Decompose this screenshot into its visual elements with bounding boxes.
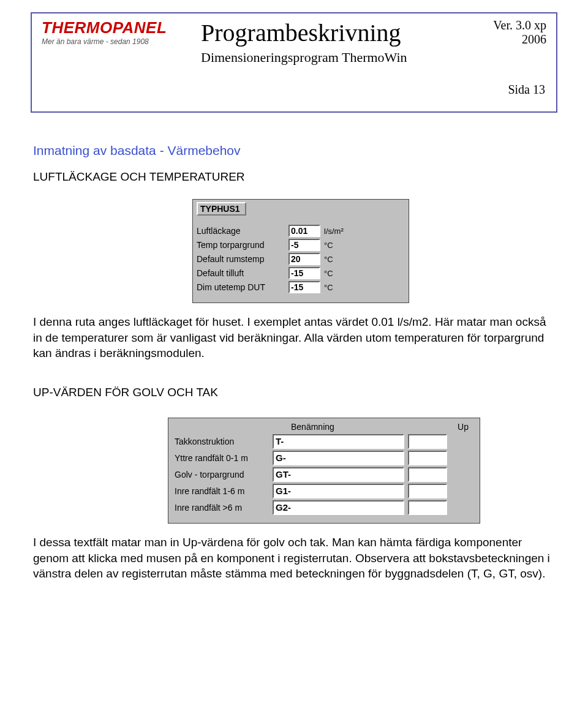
logo-block: THERMOPANEL Mer än bara värme - sedan 19… xyxy=(42,18,201,46)
page-number: Sida 13 xyxy=(42,83,545,97)
form2-row: Takkonstruktion T- xyxy=(175,434,475,449)
form-row: Default tilluft -15 °C xyxy=(197,267,405,279)
field-unit: °C xyxy=(324,283,333,292)
version-line: Ver. 3.0 xp xyxy=(473,18,546,32)
form-row: Default rumstemp 20 °C xyxy=(197,253,405,265)
logo-tagline: Mer än bara värme - sedan 1908 xyxy=(42,37,201,46)
form-row: Luftläckage 0.01 l/s/m² xyxy=(197,225,405,237)
field-unit: °C xyxy=(324,241,333,250)
version-block: Ver. 3.0 xp 2006 xyxy=(473,18,546,47)
field-label: Default rumstemp xyxy=(197,254,288,264)
year: 2006 xyxy=(473,32,546,47)
benamning-field[interactable]: G- xyxy=(273,451,404,465)
col-up: Up xyxy=(417,422,475,432)
field-label: Temp torpargrund xyxy=(197,240,288,250)
up-field[interactable] xyxy=(408,467,447,482)
form-luftlackage: TYPHUS1 Luftläckage 0.01 l/s/m² Temp tor… xyxy=(192,199,409,303)
field-unit: °C xyxy=(324,269,333,278)
form-row: Temp torpargrund -5 °C xyxy=(197,239,405,251)
form-upvarden: Benämning Up Takkonstruktion T- Yttre ra… xyxy=(168,418,480,524)
row-label: Inre randfält 1-6 m xyxy=(175,486,273,496)
field-value[interactable]: -5 xyxy=(288,239,320,251)
field-value[interactable]: -15 xyxy=(288,267,320,279)
row-label: Takkonstruktion xyxy=(175,437,273,446)
doc-title: Programbeskrivning xyxy=(201,18,473,47)
field-unit: °C xyxy=(324,255,333,264)
field-value[interactable]: 20 xyxy=(288,253,320,265)
benamning-field[interactable]: G2- xyxy=(273,500,404,515)
field-label: Luftläckage xyxy=(197,226,288,236)
form2-row: Inre randfält >6 m G2- xyxy=(175,500,475,515)
benamning-field[interactable]: GT- xyxy=(273,467,404,482)
field-value[interactable]: 0.01 xyxy=(288,225,320,237)
form2-row: Golv - torpargrund GT- xyxy=(175,467,475,482)
field-label: Dim utetemp DUT xyxy=(197,282,288,292)
benamning-field[interactable]: G1- xyxy=(273,484,404,498)
doc-subtitle: Dimensioneringsprogram ThermoWin xyxy=(201,50,473,66)
form2-row: Inre randfält 1-6 m G1- xyxy=(175,484,475,498)
field-value[interactable]: -15 xyxy=(288,281,320,293)
section-subhead: UP-VÄRDEN FÖR GOLV OCH TAK xyxy=(33,386,555,399)
field-label: Default tilluft xyxy=(197,268,288,278)
row-label: Golv - torpargrund xyxy=(175,470,273,479)
row-label: Yttre randfält 0-1 m xyxy=(175,453,273,463)
section-heading: Inmatning av basdata - Värmebehov xyxy=(33,143,555,158)
section-subhead: LUFTLÄCKAGE OCH TEMPERATURER xyxy=(33,170,555,184)
up-field[interactable] xyxy=(408,451,447,465)
benamning-field[interactable]: T- xyxy=(273,434,404,449)
form2-header: Benämning Up xyxy=(175,422,475,432)
form2-row: Yttre randfält 0-1 m G- xyxy=(175,451,475,465)
paragraph: I dessa textfält matar man in Up-värdena… xyxy=(33,535,555,582)
up-field[interactable] xyxy=(408,500,447,515)
row-label: Inre randfält >6 m xyxy=(175,503,273,513)
up-field[interactable] xyxy=(408,484,447,498)
typhus-field[interactable]: TYPHUS1 xyxy=(197,202,246,216)
logo-text: THERMOPANEL xyxy=(42,18,201,37)
col-benamning: Benämning xyxy=(273,422,417,432)
title-block: Programbeskrivning Dimensioneringsprogra… xyxy=(201,18,473,66)
field-unit: l/s/m² xyxy=(324,227,344,236)
up-field[interactable] xyxy=(408,434,447,449)
header-box: THERMOPANEL Mer än bara värme - sedan 19… xyxy=(31,12,557,113)
form-row: Dim utetemp DUT -15 °C xyxy=(197,281,405,293)
paragraph: I denna ruta anges luftläckaget för huse… xyxy=(33,314,555,361)
